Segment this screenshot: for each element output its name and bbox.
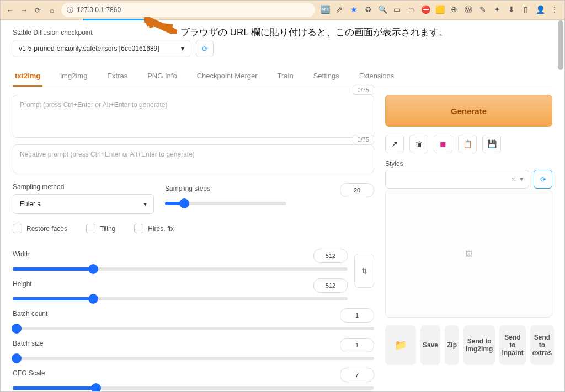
ext-icon[interactable]: ⊕ xyxy=(449,5,460,15)
tab-extras[interactable]: Extras xyxy=(105,67,130,87)
bookmark-icon[interactable]: ◼ xyxy=(434,135,452,153)
chevron-down-icon: ▾ xyxy=(181,45,184,52)
tab-extensions[interactable]: Extensions xyxy=(357,67,397,87)
ext-icon[interactable]: ✎ xyxy=(477,5,488,15)
nav-reload[interactable]: ⟳ xyxy=(33,4,43,16)
prompt-counter: 0/75 xyxy=(353,85,374,95)
info-icon: ⓘ xyxy=(67,6,73,15)
address-bar[interactable]: ⓘ 127.0.0.1:7860 xyxy=(61,3,315,17)
styles-clear-icon[interactable]: × xyxy=(511,175,515,183)
hires-fix-checkbox[interactable]: Hires. fix xyxy=(134,224,174,233)
scrollbar[interactable] xyxy=(558,20,563,390)
extension-icons: 🔤 ⇗ ★ ♻ 🔍 ▭ ⏍ ⛔ 🟨 ⊕ Ⓦ ✎ ✦ ⬇ ▯ 👤 ⋮ xyxy=(319,5,560,15)
negative-prompt-input[interactable]: Negative prompt (press Ctrl+Enter or Alt… xyxy=(13,144,374,173)
sampling-steps-slider[interactable] xyxy=(165,202,286,205)
ext-icon[interactable]: ⏍ xyxy=(406,5,417,15)
save-button[interactable]: Save xyxy=(420,325,440,365)
height-slider[interactable] xyxy=(13,297,348,300)
checkpoint-select[interactable]: v1-5-pruned-emaonly.safetensors [6ce0161… xyxy=(13,40,190,57)
sampling-method-select[interactable]: Euler a ▾ xyxy=(13,194,154,214)
clipboard-icon[interactable]: 📋 xyxy=(458,135,477,153)
ext-icon[interactable]: Ⓦ xyxy=(463,5,474,15)
ext-icon[interactable]: 🟨 xyxy=(434,5,445,15)
save-icon[interactable]: 💾 xyxy=(482,135,501,153)
checkpoint-refresh[interactable]: ⟳ xyxy=(196,40,214,57)
translate-icon[interactable]: 🔤 xyxy=(319,5,331,15)
tiling-checkbox[interactable]: Tiling xyxy=(86,224,115,233)
generate-button[interactable]: Generate xyxy=(385,95,552,127)
zip-button[interactable]: Zip xyxy=(445,325,459,365)
download-icon[interactable]: ⬇ xyxy=(506,5,517,15)
tab-png-info[interactable]: PNG Info xyxy=(145,67,179,87)
ext-icon[interactable]: 🔍 xyxy=(377,5,388,15)
puzzle-icon[interactable]: ✦ xyxy=(492,5,503,15)
height-value[interactable]: 512 xyxy=(313,278,348,293)
output-preview: 🖼 xyxy=(385,190,552,318)
nav-back[interactable]: ← xyxy=(5,4,15,16)
restore-faces-checkbox[interactable]: Restore faces xyxy=(13,224,67,233)
styles-refresh-button[interactable]: ⟳ xyxy=(534,170,552,189)
sampling-method-value: Euler a xyxy=(20,200,41,208)
open-folder-button[interactable]: 📁 xyxy=(385,325,416,365)
styles-select[interactable]: × ▾ xyxy=(385,170,529,189)
share-icon[interactable]: ⇗ xyxy=(334,5,345,15)
send-inpaint-button[interactable]: Send to inpaint xyxy=(499,325,525,365)
trash-icon[interactable]: 🗑 xyxy=(409,135,428,153)
send-img2img-button[interactable]: Send to img2img xyxy=(463,325,495,365)
batch-size-value[interactable]: 1 xyxy=(340,338,374,352)
loading-bar xyxy=(83,19,144,20)
styles-label: Styles xyxy=(385,160,552,168)
cfg-label: CFG Scale xyxy=(13,369,45,377)
ext-icon[interactable]: ♻ xyxy=(363,5,374,15)
menu-icon[interactable]: ⋮ xyxy=(549,5,560,15)
url-text: 127.0.0.1:7860 xyxy=(77,6,121,14)
tab-settings[interactable]: Settings xyxy=(311,67,342,87)
width-value[interactable]: 512 xyxy=(313,249,348,263)
image-placeholder-icon: 🖼 xyxy=(465,250,472,258)
annotation-arrow xyxy=(144,17,177,34)
chevron-down-icon: ▾ xyxy=(143,200,147,208)
cfg-slider[interactable] xyxy=(13,386,374,390)
batch-size-label: Batch size xyxy=(13,340,43,347)
batch-count-label: Batch count xyxy=(13,310,47,318)
checkpoint-value: v1-5-pruned-emaonly.safetensors [6ce0161… xyxy=(19,45,159,52)
nav-forward[interactable]: → xyxy=(19,4,29,16)
cfg-value[interactable]: 7 xyxy=(340,368,374,382)
tab-img2img[interactable]: img2img xyxy=(58,67,89,87)
panel-icon[interactable]: ▯ xyxy=(520,5,531,15)
send-extras-button[interactable]: Send to extras xyxy=(530,325,554,365)
nav-home[interactable]: ⌂ xyxy=(47,4,57,16)
ext-icon[interactable]: ▭ xyxy=(391,5,402,15)
tab-train[interactable]: Train xyxy=(275,67,296,87)
sampling-steps-label: Sampling steps xyxy=(165,185,210,192)
batch-count-value[interactable]: 1 xyxy=(340,308,374,323)
neg-prompt-counter: 0/75 xyxy=(353,135,374,144)
batch-count-slider[interactable] xyxy=(13,327,374,330)
chevron-down-icon: ▾ xyxy=(520,175,523,183)
pencil-icon[interactable]: ↗ xyxy=(385,135,404,153)
avatar-icon[interactable]: 👤 xyxy=(535,5,546,15)
prompt-input[interactable]: Prompt (press Ctrl+Enter or Alt+Enter to… xyxy=(13,95,374,138)
sampling-steps-value[interactable]: 20 xyxy=(340,183,374,197)
height-label: Height xyxy=(13,280,32,288)
batch-size-slider[interactable] xyxy=(13,357,374,360)
ext-icon[interactable]: ⛔ xyxy=(420,5,431,15)
star-icon[interactable]: ★ xyxy=(348,5,359,15)
sampling-method-label: Sampling method xyxy=(13,183,154,191)
tab-checkpoint-merger[interactable]: Checkpoint Merger xyxy=(195,67,260,87)
annotation-text: ブラウザの URL 欄に貼り付けると、この画面が表示されます。 xyxy=(180,26,448,39)
width-label: Width xyxy=(13,250,30,258)
swap-wh-button[interactable]: ⇅ xyxy=(354,254,374,288)
width-slider[interactable] xyxy=(13,267,348,271)
tab-txt2img[interactable]: txt2img xyxy=(13,67,42,87)
